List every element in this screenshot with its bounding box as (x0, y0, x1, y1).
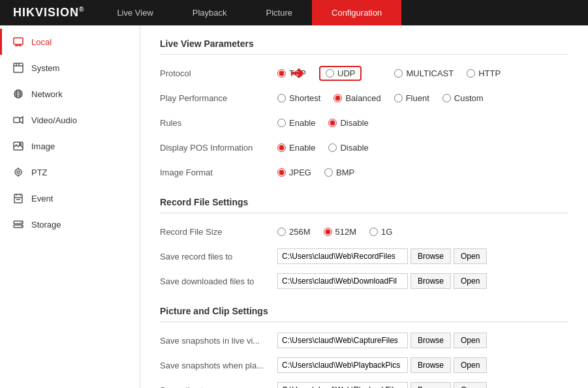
protocol-udp-label: UDP (337, 68, 355, 78)
sidebar-item-system[interactable]: System (0, 55, 140, 81)
pos-disable-radio[interactable] (328, 143, 337, 152)
rules-row: Rules Enable Disable (160, 114, 568, 131)
svg-point-28 (21, 226, 22, 227)
save-clips-open-button[interactable]: Open (454, 382, 487, 388)
save-download-row: Save downloaded files to Browse Open (160, 273, 568, 290)
snap-live-browse-button[interactable]: Browse (410, 333, 451, 348)
record-file-section: Record File Settings Record File Size 25… (160, 197, 568, 290)
protocol-multicast-radio[interactable] (394, 69, 403, 78)
sidebar-item-ptz[interactable]: PTZ (0, 159, 140, 185)
sidebar-system-label: System (31, 63, 59, 73)
pos-enable-label: Enable (289, 143, 315, 153)
pos-disable-label: Disable (340, 143, 368, 153)
sidebar-item-local[interactable]: Local (0, 29, 140, 55)
save-record-input[interactable] (277, 248, 408, 264)
snap-playback-browse-button[interactable]: Browse (410, 357, 451, 373)
save-download-open-button[interactable]: Open (454, 273, 487, 289)
snap-playback-row: Save snapshots when pla... Browse Open (160, 357, 568, 374)
image-format-options: JPEG BMP (277, 168, 354, 177)
save-record-open-button[interactable]: Open (454, 248, 487, 264)
nav-live-view[interactable]: Live View (97, 0, 172, 25)
format-jpeg-option[interactable]: JPEG (277, 168, 311, 177)
pos-disable-option[interactable]: Disable (328, 143, 368, 153)
perf-custom-label: Custom (454, 93, 484, 103)
svg-point-16 (15, 169, 22, 175)
video-icon (12, 113, 25, 127)
save-clips-input[interactable] (277, 382, 408, 388)
protocol-udp-option[interactable]: UDP (319, 66, 362, 81)
picture-clip-section: Picture and Clip Settings Save snapshots… (160, 306, 568, 388)
record-size-options: 256M 512M 1G (277, 227, 392, 237)
snap-playback-open-button[interactable]: Open (454, 357, 487, 373)
nav-picture[interactable]: Picture (247, 0, 312, 25)
format-jpeg-radio[interactable] (277, 168, 286, 177)
sidebar-item-video-audio[interactable]: Video/Audio (0, 107, 140, 133)
size-256m-radio[interactable] (277, 228, 286, 236)
perf-fluent-radio[interactable] (394, 94, 403, 102)
sidebar-local-label: Local (31, 37, 52, 47)
snap-live-open-button[interactable]: Open (454, 333, 487, 348)
protocol-udp-radio[interactable] (326, 69, 334, 78)
snap-playback-input[interactable] (277, 357, 408, 373)
perf-fluent-option[interactable]: Fluent (394, 93, 429, 103)
save-clips-row: Save clips to Browse Open (160, 381, 568, 388)
rules-enable-radio[interactable] (277, 119, 286, 127)
snap-live-row: Save snapshots in live vi... Browse Open (160, 332, 568, 349)
pos-enable-option[interactable]: Enable (277, 143, 315, 153)
system-icon (12, 61, 25, 74)
network-icon (12, 87, 25, 100)
perf-balanced-option[interactable]: Balanced (333, 93, 380, 103)
play-performance-options: Shortest Balanced Fluent Custom (277, 93, 484, 103)
snap-playback-controls: Browse Open (277, 357, 487, 373)
nav-items: Live View Playback Picture Configuration (97, 0, 401, 25)
size-1g-label: 1G (381, 227, 392, 237)
sidebar-item-image[interactable]: Image (0, 133, 140, 159)
sidebar-item-event[interactable]: Event (0, 185, 140, 211)
protocol-http-radio[interactable] (467, 69, 475, 78)
save-clips-browse-button[interactable]: Browse (410, 382, 451, 388)
logo-registered: ® (79, 6, 84, 13)
size-512m-option[interactable]: 512M (324, 227, 357, 237)
save-clips-label: Save clips to (160, 385, 277, 389)
nav-configuration[interactable]: Configuration (312, 0, 401, 25)
event-icon (12, 192, 25, 205)
pos-enable-radio[interactable] (277, 143, 286, 152)
rules-disable-radio[interactable] (328, 119, 337, 127)
perf-balanced-radio[interactable] (333, 94, 342, 102)
perf-shortest-option[interactable]: Shortest (277, 93, 320, 103)
snap-live-input[interactable] (277, 333, 408, 348)
size-256m-option[interactable]: 256M (277, 227, 311, 237)
format-bmp-option[interactable]: BMP (324, 168, 354, 177)
pos-label: Display POS Information (160, 143, 277, 153)
protocol-http-option[interactable]: HTTP (467, 68, 501, 78)
perf-balanced-label: Balanced (345, 93, 380, 103)
sidebar: Local System (0, 25, 140, 388)
protocol-tcp-radio[interactable] (277, 69, 286, 78)
size-512m-radio[interactable] (324, 228, 332, 236)
perf-custom-option[interactable]: Custom (442, 93, 484, 103)
play-performance-row: Play Performance Shortest Balanced Fluen… (160, 89, 568, 106)
save-download-browse-button[interactable]: Browse (410, 273, 451, 289)
svg-rect-0 (14, 38, 23, 44)
sidebar-item-storage[interactable]: Storage (0, 211, 140, 237)
size-1g-option[interactable]: 1G (369, 227, 392, 237)
sidebar-item-network[interactable]: Network (0, 81, 140, 107)
format-bmp-radio[interactable] (324, 168, 333, 177)
svg-point-17 (17, 171, 20, 173)
perf-custom-radio[interactable] (442, 94, 451, 102)
protocol-multicast-option[interactable]: MULTICAST (394, 68, 454, 78)
save-record-label: Save record files to (160, 252, 277, 261)
save-download-input[interactable] (277, 273, 408, 289)
save-record-browse-button[interactable]: Browse (410, 248, 451, 264)
rules-disable-option[interactable]: Disable (328, 118, 368, 128)
arrow-indicator: ➜ (290, 65, 304, 82)
nav-playback[interactable]: Playback (173, 0, 247, 25)
top-navigation: HIKVISION® Live View Playback Picture Co… (0, 0, 588, 25)
live-view-section: Live View Parameters Protocol TCP UDP (160, 38, 568, 181)
size-1g-radio[interactable] (369, 228, 378, 236)
perf-shortest-radio[interactable] (277, 94, 286, 102)
perf-fluent-label: Fluent (406, 93, 429, 103)
rules-enable-label: Enable (289, 118, 315, 128)
rules-enable-option[interactable]: Enable (277, 118, 315, 128)
main-content: Live View Parameters Protocol TCP UDP (140, 25, 588, 388)
